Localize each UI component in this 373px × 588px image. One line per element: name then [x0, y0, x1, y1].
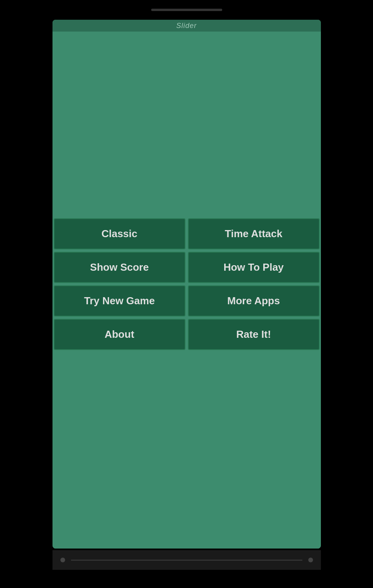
- app-title: Slider: [176, 22, 197, 30]
- notch-indicator: [151, 9, 222, 11]
- bottom-area: [52, 351, 321, 549]
- status-bar: Slider: [52, 20, 321, 32]
- game-area: [52, 32, 321, 217]
- show-score-button[interactable]: Show Score: [54, 252, 186, 283]
- bottom-bar-line: [71, 560, 302, 561]
- about-button[interactable]: About: [54, 319, 186, 350]
- time-attack-button[interactable]: Time Attack: [188, 218, 320, 249]
- how-to-play-button[interactable]: How To Play: [188, 252, 320, 283]
- screen-container: Slider Classic Time Attack Show Score Ho…: [52, 20, 321, 549]
- button-grid: Classic Time Attack Show Score How To Pl…: [52, 217, 321, 351]
- classic-button[interactable]: Classic: [54, 218, 186, 249]
- try-new-game-button[interactable]: Try New Game: [54, 285, 186, 316]
- bottom-bar-left-dot: [60, 558, 65, 562]
- bottom-bar: [52, 550, 321, 570]
- rate-it-button[interactable]: Rate It!: [188, 319, 320, 350]
- more-apps-button[interactable]: More Apps: [188, 285, 320, 316]
- top-notch-area: [0, 0, 373, 20]
- bottom-bar-right-dot: [308, 558, 313, 562]
- phone-frame: Slider Classic Time Attack Show Score Ho…: [0, 0, 373, 588]
